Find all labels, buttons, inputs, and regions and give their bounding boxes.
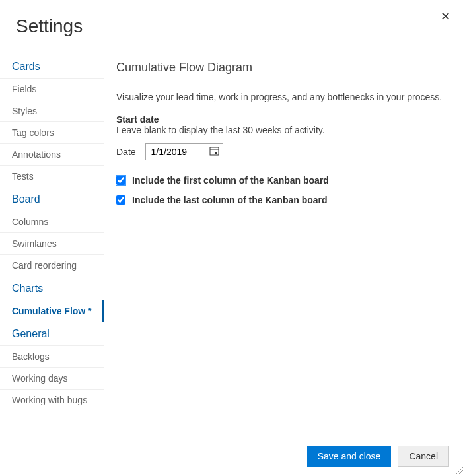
sidebar-item-annotations[interactable]: Annotations bbox=[0, 143, 104, 165]
sidebar-item-tests[interactable]: Tests bbox=[0, 165, 104, 187]
svg-line-5 bbox=[462, 473, 463, 474]
sidebar-item-styles[interactable]: Styles bbox=[0, 100, 104, 121]
checkbox-row-last-column: Include the last column of the Kanban bo… bbox=[116, 195, 450, 205]
sidebar-item-tag-colors[interactable]: Tag colors bbox=[0, 121, 104, 143]
sidebar-section-general: General bbox=[0, 322, 104, 345]
date-row: Date bbox=[116, 143, 450, 160]
dialog-footer: Save and close Cancel bbox=[307, 446, 449, 467]
cancel-button[interactable]: Cancel bbox=[398, 446, 449, 467]
sidebar-item-swimlanes[interactable]: Swimlanes bbox=[0, 232, 104, 254]
sidebar-item-working-days[interactable]: Working days bbox=[0, 367, 104, 389]
settings-content: Cumulative Flow Diagram Visualize your l… bbox=[104, 49, 465, 432]
sidebar-section-board: Board bbox=[0, 187, 104, 211]
panel-title: Cumulative Flow Diagram bbox=[116, 61, 450, 75]
dialog-title: Settings bbox=[0, 0, 465, 49]
include-first-column-label: Include the first column of the Kanban b… bbox=[132, 175, 329, 186]
start-date-hint: Leave blank to display the last 30 weeks… bbox=[116, 125, 450, 135]
close-icon[interactable]: ✕ bbox=[441, 9, 450, 24]
sidebar-section-charts: Charts bbox=[0, 276, 104, 300]
checkbox-row-first-column: Include the first column of the Kanban b… bbox=[116, 175, 450, 186]
sidebar-section-cards: Cards bbox=[0, 49, 104, 78]
dialog-body: Cards Fields Styles Tag colors Annotatio… bbox=[0, 49, 465, 432]
sidebar-item-card-reordering[interactable]: Card reordering bbox=[0, 254, 104, 276]
settings-dialog: ✕ Settings Cards Fields Styles Tag color… bbox=[0, 0, 465, 476]
include-first-column-checkbox[interactable] bbox=[116, 176, 125, 185]
sidebar-item-working-with-bugs[interactable]: Working with bugs bbox=[0, 389, 104, 411]
date-field-label: Date bbox=[116, 147, 136, 157]
resize-grip-icon[interactable] bbox=[454, 465, 464, 475]
start-date-label: Start date bbox=[116, 114, 450, 125]
save-and-close-button[interactable]: Save and close bbox=[307, 446, 392, 467]
settings-sidebar: Cards Fields Styles Tag colors Annotatio… bbox=[0, 49, 104, 432]
sidebar-item-columns[interactable]: Columns bbox=[0, 211, 104, 232]
include-last-column-label: Include the last column of the Kanban bo… bbox=[132, 195, 328, 205]
sidebar-item-fields[interactable]: Fields bbox=[0, 78, 104, 100]
panel-description: Visualize your lead time, work in progre… bbox=[116, 92, 450, 102]
sidebar-item-backlogs[interactable]: Backlogs bbox=[0, 345, 104, 367]
start-date-input[interactable] bbox=[145, 143, 223, 160]
checkbox-focus-ring bbox=[116, 176, 125, 185]
date-input-wrap bbox=[145, 143, 223, 160]
sidebar-item-cumulative-flow[interactable]: Cumulative Flow * bbox=[0, 300, 104, 322]
include-last-column-checkbox[interactable] bbox=[116, 195, 125, 205]
